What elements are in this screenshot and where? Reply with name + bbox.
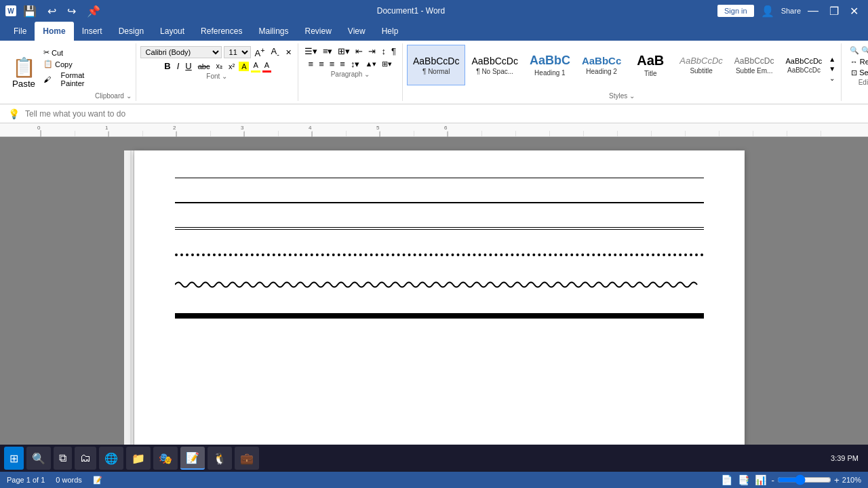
tell-me-bar: 💡: [0, 104, 868, 123]
close-button[interactable]: ✕: [846, 3, 863, 19]
font-shrink-button[interactable]: A-: [269, 45, 281, 60]
tab-references[interactable]: References: [193, 22, 250, 41]
shading-button[interactable]: ▲▾: [363, 58, 378, 70]
line-medium-solid: [175, 202, 704, 203]
style-nospacing-button[interactable]: AaBbCcDc ¶ No Spac...: [466, 45, 523, 85]
share-label[interactable]: Share: [781, 7, 801, 15]
tab-view[interactable]: View: [340, 22, 374, 41]
wavy-line-svg: [175, 280, 704, 289]
share-icon[interactable]: 👤: [757, 3, 778, 19]
document-title: Document1 - Word: [104, 6, 717, 16]
format-painter-icon: 🖌: [43, 75, 51, 83]
find-button[interactable]: 🔍 🔍 Find: [846, 45, 868, 56]
maximize-button[interactable]: ❐: [825, 3, 843, 19]
multilevel-button[interactable]: ⊞▾: [336, 45, 352, 58]
minimize-button[interactable]: —: [804, 3, 823, 18]
tab-file[interactable]: File: [5, 22, 35, 41]
text-effects-button[interactable]: A: [239, 62, 249, 71]
tab-design[interactable]: Design: [111, 22, 152, 41]
taskview-button[interactable]: ⧉: [54, 447, 72, 470]
italic-button[interactable]: I: [175, 60, 182, 73]
font-grow-button[interactable]: A+: [253, 45, 267, 60]
taskbar-explorer[interactable]: 🗂: [75, 447, 96, 470]
tab-layout[interactable]: Layout: [152, 22, 193, 41]
bullets-button[interactable]: ☰▾: [302, 45, 319, 58]
pin-button[interactable]: 📌: [83, 3, 104, 19]
taskbar-time: 3:39 PM: [831, 454, 864, 462]
font-size-select[interactable]: 11: [224, 46, 251, 58]
strikethrough-button[interactable]: abc: [196, 61, 212, 72]
tab-mailings[interactable]: Mailings: [250, 22, 296, 41]
tab-help[interactable]: Help: [374, 22, 407, 41]
format-painter-button[interactable]: 🖌 Format Painter: [41, 70, 95, 88]
styles-scroll-down[interactable]: ▼: [827, 64, 837, 73]
start-button[interactable]: ⊞: [4, 447, 24, 470]
numbering-button[interactable]: ≡▾: [321, 45, 335, 58]
show-marks-button[interactable]: ¶: [389, 45, 398, 58]
font-color-button[interactable]: A: [262, 60, 271, 73]
cut-label: Cut: [52, 49, 63, 57]
styles-scroll-up[interactable]: ▲: [827, 55, 837, 64]
zoom-in-button[interactable]: +: [834, 475, 840, 485]
underline-button[interactable]: U: [183, 60, 193, 73]
style-subtitle-button[interactable]: AaBbCcDc Subtitle: [674, 45, 728, 85]
ruler-inner: 0 1 2 3 4 5 6: [41, 123, 827, 136]
select-label: Select ▾: [859, 68, 868, 77]
line-spacing-button[interactable]: ↕▾: [349, 58, 362, 70]
decrease-indent-button[interactable]: ⇤: [353, 45, 365, 58]
document-page[interactable]: [134, 150, 745, 472]
superscript-button[interactable]: x²: [226, 61, 237, 72]
align-left-button[interactable]: ≡: [307, 58, 316, 70]
align-center-button[interactable]: ≡: [317, 58, 326, 70]
sign-in-button[interactable]: Sign in: [717, 5, 754, 17]
replace-button[interactable]: ↔ Replace: [846, 56, 868, 67]
align-right-button[interactable]: ≡: [328, 58, 337, 70]
tab-review[interactable]: Review: [296, 22, 339, 41]
style-title-button[interactable]: AaB Title: [627, 45, 673, 85]
web-layout-icon[interactable]: 📊: [755, 474, 766, 485]
subscript-button[interactable]: x₂: [214, 60, 224, 72]
tab-home[interactable]: Home: [35, 22, 73, 41]
clear-formatting-button[interactable]: ✕: [283, 47, 294, 58]
copy-button[interactable]: 📋 Copy: [41, 59, 95, 69]
font-name-select[interactable]: Calibri (Body): [140, 46, 222, 58]
styles-group: AaBbCcDc ¶ Normal AaBbCcDc ¶ No Spac... …: [406, 43, 842, 101]
zoom-level: 210%: [842, 476, 861, 484]
tab-insert[interactable]: Insert: [74, 22, 111, 41]
bold-button[interactable]: B: [162, 60, 172, 73]
tell-me-input[interactable]: [25, 109, 860, 119]
style-subtleemphasis-button[interactable]: AaBbCcDc Subtle Em...: [729, 45, 780, 85]
paste-button[interactable]: 📋 Paste: [7, 45, 41, 100]
styles-expand[interactable]: ⌄: [827, 74, 837, 83]
taskbar-misc2[interactable]: 💼: [235, 447, 259, 470]
select-button[interactable]: ⊡ Select ▾: [847, 67, 868, 79]
taskbar-misc1[interactable]: 🐧: [208, 447, 232, 470]
print-layout-icon[interactable]: 📑: [738, 474, 749, 485]
search-button[interactable]: 🔍: [26, 447, 51, 470]
taskbar-powerpoint[interactable]: 🎭: [153, 447, 178, 470]
read-mode-icon[interactable]: 📄: [721, 474, 732, 485]
sort-button[interactable]: ↕: [379, 45, 388, 58]
para-row1: ☰▾ ≡▾ ⊞▾ ⇤ ⇥ ↕ ¶: [302, 45, 398, 58]
zoom-out-button[interactable]: -: [772, 475, 774, 485]
borders-button[interactable]: ⊞▾: [380, 58, 394, 70]
save-button[interactable]: 💾: [19, 3, 41, 19]
taskbar-word[interactable]: 📝: [180, 447, 205, 470]
style-more-button[interactable]: AaBbCcDc AaBbCcDc: [781, 45, 828, 85]
undo-button[interactable]: ↩: [43, 3, 60, 19]
style-heading1-button[interactable]: AaBbC Heading 1: [524, 45, 576, 85]
justify-button[interactable]: ≡: [338, 58, 347, 70]
redo-button[interactable]: ↪: [63, 3, 80, 19]
cut-button[interactable]: ✂ Cut: [41, 47, 95, 58]
taskbar-files[interactable]: 📁: [126, 447, 151, 470]
style-heading2-button[interactable]: AaBbCc Heading 2: [576, 45, 627, 85]
style-normal-button[interactable]: AaBbCcDc ¶ Normal: [407, 45, 465, 85]
increase-indent-button[interactable]: ⇥: [366, 45, 378, 58]
replace-label: Replace: [860, 58, 868, 66]
taskbar-browser[interactable]: 🌐: [99, 447, 123, 470]
clipboard-group-label: Clipboard ⌄: [95, 92, 132, 100]
style-title-preview: AaB: [637, 53, 664, 68]
zoom-slider[interactable]: [777, 474, 831, 485]
highlight-button[interactable]: A: [251, 60, 260, 73]
vertical-ruler: [124, 150, 134, 458]
